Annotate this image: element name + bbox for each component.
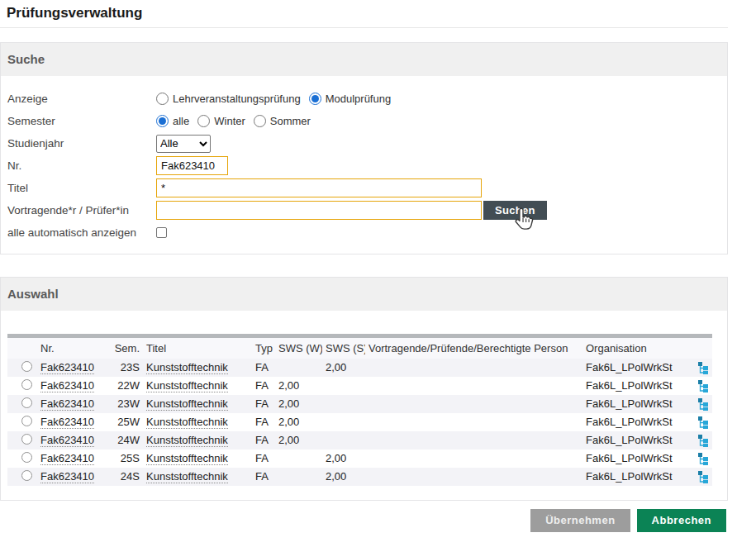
suchen-button[interactable]: Suchen	[483, 201, 547, 220]
search-section: Suche Anzeige LehrveranstaltungsprüfungM…	[0, 42, 728, 254]
col-nr: Nr.	[37, 336, 110, 359]
form-row-nr: Nr.	[1, 155, 727, 177]
nr-link[interactable]: Fak623410	[40, 397, 94, 411]
radio-option-sommer[interactable]: Sommer	[254, 115, 311, 127]
row-select-radio[interactable]	[21, 434, 32, 445]
auto-anzeigen-checkbox[interactable]	[156, 227, 167, 238]
nr-link[interactable]: Fak623410	[40, 379, 94, 392]
form-row-vortragende: Vortragende*r / Prüfer*in Suchen	[1, 199, 727, 221]
titel-link[interactable]: Kunststofftechnik	[146, 361, 228, 374]
col-titel: Titel	[143, 336, 252, 359]
sem-cell: 25W	[110, 413, 143, 431]
nr-input[interactable]	[156, 156, 228, 175]
organisation-cell: Fak6L_LPolWrkSt	[582, 359, 692, 377]
radio-option-label: Winter	[214, 115, 245, 127]
nr-link[interactable]: Fak623410	[40, 361, 94, 374]
col-org-icon	[692, 336, 712, 359]
radio-selected-icon[interactable]	[156, 115, 169, 127]
selection-section: Auswahl Nr. Sem. Titel Typ SWS (	[0, 277, 728, 501]
person-cell	[365, 413, 582, 431]
sws-s-cell	[322, 395, 365, 413]
titel-link[interactable]: Kunststofftechnik	[146, 416, 228, 429]
titel-link[interactable]: Kunststofftechnik	[146, 452, 228, 465]
org-tree-icon[interactable]	[698, 453, 709, 465]
selection-section-header: Auswahl	[1, 278, 727, 311]
sws-w-cell	[275, 359, 322, 377]
org-tree-icon[interactable]	[698, 471, 709, 483]
form-row-studienjahr: Studienjahr Alle	[1, 132, 727, 155]
row-select-radio[interactable]	[21, 416, 32, 426]
sem-cell: 24S	[110, 468, 143, 486]
row-select-radio[interactable]	[21, 361, 32, 372]
nr-link[interactable]: Fak623410	[40, 470, 94, 483]
search-section-header: Suche	[1, 43, 727, 76]
person-cell	[365, 431, 582, 449]
nr-link[interactable]: Fak623410	[40, 416, 94, 429]
typ-cell: FA	[252, 431, 275, 449]
radio-option-modulpr-fung[interactable]: Modulprüfung	[309, 93, 392, 105]
organisation-cell: Fak6L_LPolWrkSt	[582, 377, 692, 395]
org-tree-icon[interactable]	[698, 398, 709, 411]
abbrechen-button[interactable]: Abbrechen	[637, 509, 726, 532]
radio-option-lehrveranstaltungspr-fung[interactable]: Lehrveranstaltungsprüfung	[156, 93, 301, 105]
row-select-radio[interactable]	[21, 452, 32, 463]
titel-link[interactable]: Kunststofftechnik	[146, 379, 228, 392]
row-select-radio[interactable]	[21, 470, 32, 481]
radio-option-winter[interactable]: Winter	[197, 115, 245, 127]
nr-link[interactable]: Fak623410	[40, 434, 94, 447]
studienjahr-select[interactable]: Alle	[156, 135, 211, 153]
titel-input[interactable]	[156, 178, 482, 197]
organisation-cell: Fak6L_LPolWrkSt	[582, 413, 692, 431]
uebernehmen-button[interactable]: Übernehmen	[530, 509, 630, 532]
nr-link[interactable]: Fak623410	[40, 452, 94, 465]
result-row: Fak62341024SKunststofftechnikFA2,00Fak6L…	[7, 468, 712, 486]
typ-cell: FA	[252, 468, 275, 486]
studienjahr-label: Studienjahr	[1, 137, 156, 150]
org-tree-icon[interactable]	[698, 435, 709, 447]
sem-cell: 24W	[110, 431, 143, 449]
sws-w-cell: 2,00	[275, 395, 322, 413]
sem-cell: 22W	[110, 377, 143, 395]
titel-label: Titel	[1, 182, 156, 194]
org-tree-icon[interactable]	[698, 362, 709, 374]
titel-link[interactable]: Kunststofftechnik	[146, 397, 228, 411]
results-header-row: Nr. Sem. Titel Typ SWS (W) SWS (S) Vortr…	[7, 336, 712, 359]
result-row: Fak62341024WKunststofftechnikFA2,00Fak6L…	[7, 431, 712, 449]
sws-w-cell: 2,00	[275, 377, 322, 395]
form-row-anzeige: Anzeige LehrveranstaltungsprüfungModulpr…	[1, 88, 727, 110]
anzeige-label: Anzeige	[1, 93, 156, 105]
organisation-cell: Fak6L_LPolWrkSt	[582, 431, 692, 449]
typ-cell: FA	[252, 413, 275, 431]
titel-link[interactable]: Kunststofftechnik	[146, 470, 228, 483]
vortragende-label: Vortragende*r / Prüfer*in	[1, 204, 156, 216]
org-tree-icon[interactable]	[698, 380, 709, 392]
row-select-radio[interactable]	[21, 379, 32, 390]
result-row: Fak62341023WKunststofftechnikFA2,00Fak6L…	[7, 395, 712, 413]
radio-option-alle[interactable]: alle	[156, 115, 189, 127]
footer-actions: Übernehmen Abbrechen	[0, 509, 726, 532]
vortragende-input[interactable]	[156, 201, 482, 220]
org-tree-icon[interactable]	[698, 416, 709, 429]
sws-s-cell	[322, 413, 365, 431]
organisation-cell: Fak6L_LPolWrkSt	[582, 468, 692, 486]
typ-cell: FA	[252, 359, 275, 377]
form-row-auto-anzeigen: alle automatisch anzeigen	[1, 221, 727, 244]
semester-radio-group: alleWinterSommer	[156, 115, 319, 127]
titel-link[interactable]: Kunststofftechnik	[146, 434, 228, 447]
person-cell	[365, 449, 582, 468]
typ-cell: FA	[252, 395, 275, 413]
organisation-cell: Fak6L_LPolWrkSt	[582, 395, 692, 413]
radio-option-label: Lehrveranstaltungsprüfung	[173, 93, 301, 105]
sws-w-cell: 2,00	[275, 431, 322, 449]
radio-unselected-icon[interactable]	[156, 93, 169, 105]
col-typ: Typ	[252, 336, 275, 359]
radio-selected-icon[interactable]	[309, 93, 321, 105]
radio-unselected-icon[interactable]	[197, 115, 210, 127]
sem-cell: 23W	[110, 395, 143, 413]
sws-w-cell	[275, 449, 322, 468]
radio-unselected-icon[interactable]	[254, 115, 266, 127]
sem-cell: 23S	[110, 359, 143, 377]
sws-s-cell	[322, 431, 365, 449]
organisation-cell: Fak6L_LPolWrkSt	[582, 449, 692, 468]
row-select-radio[interactable]	[21, 397, 32, 408]
